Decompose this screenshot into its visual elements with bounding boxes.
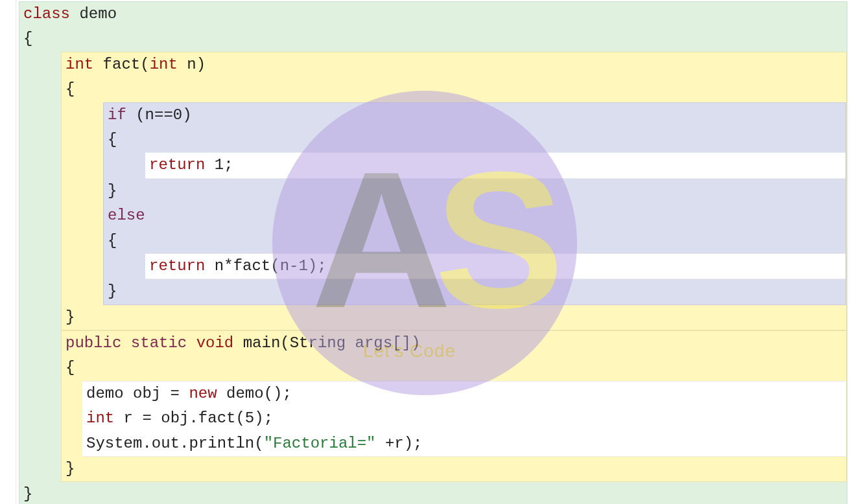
keyword: else: [108, 207, 145, 224]
code-line: }: [62, 457, 846, 481]
code-line: class demo: [19, 2, 847, 27]
code-line: System.out.println("Factorial=" +r);: [82, 431, 846, 456]
code-line: demo obj = new demo();: [82, 382, 846, 406]
brace: }: [23, 485, 32, 503]
statement-block: return 1;: [145, 152, 845, 178]
identifier: fact(: [93, 56, 149, 73]
brace: {: [108, 232, 117, 249]
code-line: }: [104, 179, 845, 203]
brace: }: [65, 460, 75, 477]
keyword: public: [65, 334, 121, 352]
keyword: void: [187, 334, 233, 352]
text: +r);: [375, 435, 422, 452]
code-line: }: [19, 482, 847, 504]
identifier: main(String args[]): [233, 334, 420, 352]
code-line: int r = obj.fact(5);: [82, 406, 846, 431]
brace: {: [65, 359, 75, 376]
code-line: {: [104, 128, 845, 152]
text: demo obj =: [86, 385, 189, 402]
code-line: int fact(int n): [62, 52, 846, 77]
code-line: }: [104, 279, 845, 304]
identifier: demo: [70, 5, 117, 23]
code-line: public static void main(String args[]): [62, 331, 846, 356]
keyword: int: [150, 56, 178, 73]
keyword: return: [149, 257, 205, 275]
brace: }: [65, 308, 75, 326]
code-line: return n*fact(n-1);: [145, 254, 845, 279]
statement-block: return n*fact(n-1);: [145, 253, 845, 279]
keyword: class: [23, 5, 70, 23]
code-line: }: [62, 305, 846, 330]
brace: {: [108, 131, 117, 148]
brace: {: [65, 80, 75, 98]
code-line: else: [104, 203, 845, 228]
keyword: new: [189, 385, 217, 402]
text: demo();: [217, 385, 292, 402]
code-line: {: [62, 77, 846, 102]
keyword: int: [86, 409, 114, 427]
code-line: {: [104, 229, 845, 253]
code-line: if (n==0): [104, 103, 845, 128]
method-block: int fact(int n) { if (n==0) { return 1; …: [61, 52, 847, 330]
brace: }: [108, 282, 117, 300]
identifier: n): [178, 56, 206, 73]
condition: (n==0): [126, 106, 192, 124]
line-number-gutter: [0, 0, 16, 504]
keyword: return: [149, 156, 205, 174]
keyword: int: [65, 56, 93, 73]
text: n*fact(n-1);: [205, 257, 326, 275]
text: 1;: [205, 156, 233, 174]
keyword: if: [108, 106, 126, 124]
method-block: public static void main(String args[]) {…: [61, 330, 847, 482]
statement-block: demo obj = new demo(); int r = obj.fact(…: [82, 381, 846, 457]
code-line: {: [62, 356, 846, 380]
string-literal: "Factorial=": [264, 435, 376, 452]
code-line: return 1;: [145, 153, 845, 178]
text: System.out.println(: [86, 435, 264, 452]
code-line: {: [19, 27, 847, 51]
if-block: if (n==0) { return 1; } else { return n*…: [103, 102, 846, 305]
class-block: class demo { int fact(int n) { if (n==0)…: [19, 1, 847, 504]
code-editor[interactable]: class demo { int fact(int n) { if (n==0)…: [16, 0, 850, 504]
text: r = obj.fact(5);: [114, 409, 273, 427]
brace: }: [108, 182, 117, 200]
keyword: static: [121, 334, 187, 352]
brace: {: [23, 30, 32, 47]
